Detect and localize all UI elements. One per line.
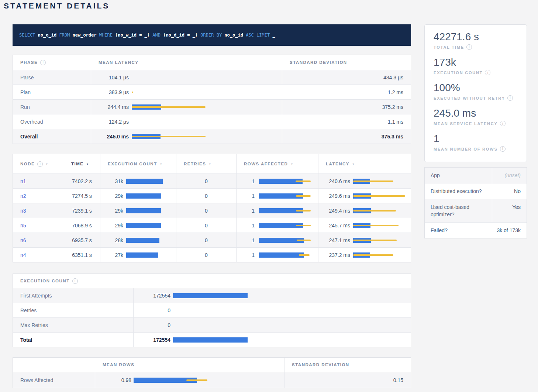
mean-rows-column-label: MEAN ROWS [103,362,134,367]
rows-affected-table-header-row: MEAN ROWS STANDARD DEVIATION [13,358,411,372]
bar-stddev-segment [299,254,310,256]
bar-chart [126,222,170,229]
bar-chart [132,103,209,111]
sql-identifier: no_o_id [38,32,59,38]
mean-rows-cell: 0.98 [95,372,284,388]
node-link[interactable]: n5 [20,223,26,228]
rows-affected-table: MEAN ROWS STANDARD DEVIATION Rows Affect… [13,357,411,388]
execution-count-column-label: EXECUTION COUNT [108,162,157,166]
mean-rows-column-header: MEAN ROWS [95,358,284,372]
execution-count-cell: 29k [100,189,176,203]
bar-chart [353,178,408,185]
main-content: SELECT no_o_id FROM new_order WHERE (no_… [13,24,411,388]
execution-count-label-cell: First Attempts [13,288,133,303]
phase-name: Parse [20,75,34,80]
std-dev-cell: 0.15 [284,372,411,388]
execution-count-row: Total172554 [13,332,411,347]
bar-stddev-segment [296,195,311,197]
latency-column-header[interactable]: LATENCY ▼ [318,154,411,173]
info-icon[interactable]: i [72,278,78,284]
execution-count-value-cell: 172554 [133,333,411,347]
info-icon[interactable]: i [40,60,46,65]
bar-chart [126,178,170,185]
time-column-label: TIME [71,162,83,166]
rows-affected-column-header[interactable]: ROWS AFFECTED ▼ [236,154,318,173]
time-column-header[interactable]: TIME ▼ [64,154,100,173]
retries-column-header[interactable]: RETRIES ▼ [176,154,236,173]
bar-stddev-segment [353,254,393,256]
std-dev-column-label: STANDARD DEVIATION [290,60,347,65]
phase-name: Plan [20,89,31,95]
bar-chart [134,376,244,384]
mean-latency-column-label: MEAN LATENCY [99,60,139,65]
info-icon[interactable]: i [466,44,472,50]
bar-chart [259,237,318,244]
std-dev-value: 375.3 ms [382,134,403,140]
phase-name-cell: Overhead [13,114,91,129]
bar-stddev-segment [353,225,399,226]
info-icon[interactable]: i [507,95,513,101]
node-column-header[interactable]: NODE i ▼ [13,154,64,173]
cell-value: 0 [141,307,170,313]
execution-count-cell: 28k [100,233,176,247]
execution-count-cell: 29k [100,203,176,218]
execution-count-column-header[interactable]: EXECUTION COUNT ▼ [100,154,176,173]
summary-stat: 42271.6 sTOTAL TIMEi [434,31,518,50]
cell-value: 245.0 ms [99,134,129,140]
node-link[interactable]: n4 [20,252,26,258]
rows-affected-column-label: ROWS AFFECTED [244,162,288,166]
rows-affected-cell: 1 [236,203,318,218]
mean-latency-cell: 124.2 µs [91,114,282,129]
phase-table-header-row: PHASE i MEAN LATENCY STANDARD DEVIATION [13,55,411,70]
mean-latency-cell: 244.4 ms [91,100,282,114]
node-link[interactable]: n6 [20,237,26,243]
execution-count-label: First Attempts [20,293,52,299]
std-dev-column-label: STANDARD DEVIATION [292,362,349,367]
bar-chart [259,192,318,200]
time-cell: 7274.5 s [64,189,100,203]
bar-stddev-segment [186,379,207,381]
sql-identifier: _ [272,32,275,38]
bar-chart [132,133,209,140]
summary-stat-label: TOTAL TIMEi [434,44,518,50]
execution-count-cell: 27k [100,248,176,262]
sql-identifier: no_o_id [224,32,246,38]
node-link[interactable]: n3 [20,208,26,214]
cell-value: 1 [241,208,255,214]
bar-mean-segment [126,208,161,213]
info-icon[interactable]: i [37,161,43,167]
cell-value: 244.4 ms [99,104,129,110]
time-value: 7068.9 s [72,223,92,228]
bar-chart [126,251,170,259]
summary-stat-label: MEAN NUMBER OF ROWSi [434,146,518,152]
time-cell: 7068.9 s [64,218,100,233]
cell-value: 1 [241,178,255,184]
info-icon[interactable]: i [485,70,490,75]
node-link[interactable]: n1 [20,178,26,184]
retries-value: 0 [205,252,208,258]
cell-value: 104.1 µs [99,75,129,80]
phase-name: Overall [20,134,38,140]
bar-stddev-segment [297,240,311,241]
time-value: 6935.7 s [72,237,92,243]
node-row: n57068.9 s29k01245.7 ms [13,218,411,233]
bar-chart [353,251,408,259]
retries-value: 0 [205,223,208,228]
summary-stat: 100%EXECUTED WITHOUT RETRYi [434,82,518,101]
rows-affected-cell: 1 [236,233,318,247]
node-link[interactable]: n2 [20,193,26,199]
execution-count-label: Total [20,337,32,343]
retries-cell: 0 [176,233,236,247]
statement-info-value: (unset) [492,168,527,183]
sort-arrow-icon: ▼ [208,163,211,165]
info-icon[interactable]: i [500,121,506,126]
execution-count-row: Max Retries0 [13,317,411,332]
cell-value: 237.2 ms [326,252,350,258]
sql-statement-text: SELECT no_o_id FROM new_order WHERE (no_… [19,32,275,38]
info-icon[interactable]: i [500,146,506,152]
retries-value: 0 [205,193,208,199]
cell-value: 1 [241,252,255,258]
sql-keyword: AND [152,32,163,38]
mean-latency-cell: 245.0 ms [91,129,282,144]
bar-chart [353,222,408,229]
